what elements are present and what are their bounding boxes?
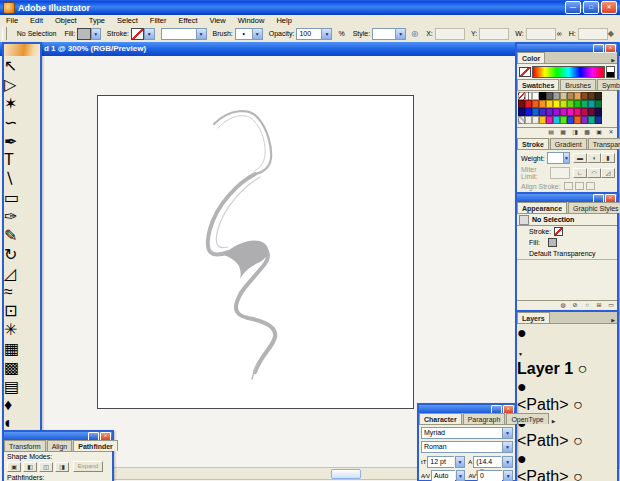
swatch[interactable] xyxy=(595,100,602,108)
style-dropdown-arrow[interactable]: ▼ xyxy=(395,28,406,40)
swatch[interactable] xyxy=(553,100,560,108)
font-style-field[interactable]: Roman xyxy=(421,441,502,453)
title-bar[interactable]: Adobe Illustrator — □ ✕ xyxy=(0,0,620,15)
swatch[interactable] xyxy=(581,116,588,124)
swatch[interactable] xyxy=(595,108,602,116)
tab-graphic-styles[interactable]: Graphic Styles xyxy=(568,202,620,213)
swatch[interactable] xyxy=(539,116,546,124)
stroke-weight-field[interactable] xyxy=(161,28,196,40)
reduce-to-basic-button[interactable]: ○ xyxy=(581,301,593,309)
swatch[interactable] xyxy=(588,92,595,100)
style-field[interactable] xyxy=(372,28,395,40)
eye-icon[interactable]: ● xyxy=(517,378,617,396)
tab-opentype[interactable]: OpenType xyxy=(506,413,548,424)
swatch[interactable] xyxy=(574,100,581,108)
swatch[interactable] xyxy=(532,92,539,100)
tab-transparency[interactable]: Transparency xyxy=(588,138,620,149)
swatch[interactable] xyxy=(532,108,539,116)
projecting-cap-button[interactable]: ▮ xyxy=(601,153,615,163)
options-bar-grip[interactable] xyxy=(2,27,7,40)
bevel-join-button[interactable]: ◿ xyxy=(601,168,615,178)
none-swatch[interactable] xyxy=(519,67,531,77)
menu-item[interactable]: Select xyxy=(111,16,144,25)
clear-appearance-button[interactable]: ⊘ xyxy=(569,301,581,309)
stroke-dropdown-arrow[interactable]: ▼ xyxy=(144,28,154,40)
swatch[interactable] xyxy=(560,108,567,116)
tab-pathfinder[interactable]: Pathfinder xyxy=(73,440,118,451)
swatch[interactable] xyxy=(588,108,595,116)
round-join-button[interactable]: ◠ xyxy=(587,168,601,178)
palette-title-bar[interactable]: ✕ xyxy=(517,194,617,202)
delete-item-button[interactable]: ▭ xyxy=(605,301,617,309)
expand-icon[interactable]: ▼ xyxy=(518,351,523,357)
swatch[interactable] xyxy=(567,108,574,116)
tab-gradient[interactable]: Gradient xyxy=(550,138,587,149)
palette-well-icon[interactable]: ◆ xyxy=(608,29,614,38)
swatch[interactable] xyxy=(525,100,532,108)
magic-wand-tool[interactable]: ✶ xyxy=(4,94,40,113)
delete-swatch-button[interactable]: ✕ xyxy=(605,128,617,136)
swatch[interactable] xyxy=(595,92,602,100)
swatch[interactable] xyxy=(539,92,546,100)
new-art-maintains-appearance-button[interactable]: ◍ xyxy=(557,301,569,309)
miter-join-button[interactable]: ∟ xyxy=(573,168,587,178)
graph-tool[interactable]: ▦ xyxy=(4,339,40,358)
collapse-button[interactable] xyxy=(593,44,604,53)
menu-item[interactable]: Object xyxy=(49,16,83,25)
paintbrush-tool[interactable]: ✑ xyxy=(4,207,40,226)
target-icon[interactable]: ○ xyxy=(573,432,583,449)
font-size-dropdown-arrow[interactable]: ▼ xyxy=(455,456,466,468)
tab-transform[interactable]: Transform xyxy=(4,440,46,451)
fill-dropdown-arrow[interactable]: ▼ xyxy=(91,28,101,40)
swatch[interactable] xyxy=(574,108,581,116)
intersect-button[interactable]: ◫ xyxy=(39,462,53,472)
swatch[interactable] xyxy=(560,92,567,100)
palette-menu-icon[interactable]: ▶ xyxy=(609,57,617,63)
weight-field[interactable] xyxy=(547,152,563,164)
fill-swatch[interactable] xyxy=(77,28,90,40)
layer-row[interactable]: ● <Path> ○ xyxy=(517,450,617,481)
weight-dropdown-arrow[interactable]: ▼ xyxy=(563,152,570,164)
menu-item[interactable]: Effect xyxy=(173,16,204,25)
leading-field[interactable]: (14.4 pt) xyxy=(473,456,501,468)
symbol-sprayer-tool[interactable]: ✳ xyxy=(4,320,40,339)
swatch[interactable] xyxy=(525,108,532,116)
swatch[interactable] xyxy=(539,108,546,116)
swatch[interactable] xyxy=(546,116,553,124)
swatch[interactable] xyxy=(553,108,560,116)
swatch[interactable] xyxy=(518,100,525,108)
mesh-tool[interactable]: ▩ xyxy=(4,358,40,377)
stroke-swatch[interactable] xyxy=(131,28,144,40)
show-gradient-swatches-button[interactable]: ◨ xyxy=(569,128,581,136)
tab-align[interactable]: Align xyxy=(47,440,73,451)
swatch[interactable] xyxy=(525,92,532,100)
color-spectrum-bar[interactable] xyxy=(532,66,605,78)
menu-item[interactable]: Filter xyxy=(144,16,173,25)
swatch[interactable] xyxy=(567,116,574,124)
palette-close-button[interactable]: ✕ xyxy=(605,44,616,53)
swatch[interactable] xyxy=(560,100,567,108)
swatch[interactable] xyxy=(588,100,595,108)
leading-dropdown-arrow[interactable]: ▼ xyxy=(502,456,513,468)
swatch[interactable] xyxy=(553,116,560,124)
opacity-field[interactable]: 100 xyxy=(296,28,321,40)
eye-icon[interactable]: ● xyxy=(517,450,617,468)
appearance-fill-swatch[interactable] xyxy=(548,238,557,247)
font-size-field[interactable]: 12 pt xyxy=(427,456,453,468)
swatch[interactable] xyxy=(581,108,588,116)
swatch[interactable] xyxy=(581,92,588,100)
tab-swatches[interactable]: Swatches xyxy=(517,79,559,90)
rotate-tool[interactable]: ↻ xyxy=(4,245,40,264)
appearance-stroke-swatch[interactable] xyxy=(554,227,563,236)
swatch[interactable] xyxy=(560,116,567,124)
duplicate-item-button[interactable]: ⊞ xyxy=(593,301,605,309)
swatch[interactable] xyxy=(567,100,574,108)
type-tool[interactable]: T xyxy=(4,151,40,169)
menu-item[interactable]: Help xyxy=(270,16,297,25)
round-cap-button[interactable]: ◖ xyxy=(587,153,601,163)
gradient-tool[interactable]: ▤ xyxy=(4,377,40,396)
tab-character[interactable]: Character xyxy=(419,413,462,424)
tab-layers[interactable]: Layers xyxy=(517,312,550,323)
minus-front-button[interactable]: ◧ xyxy=(23,462,37,472)
font-family-dropdown-arrow[interactable]: ▼ xyxy=(502,427,513,439)
